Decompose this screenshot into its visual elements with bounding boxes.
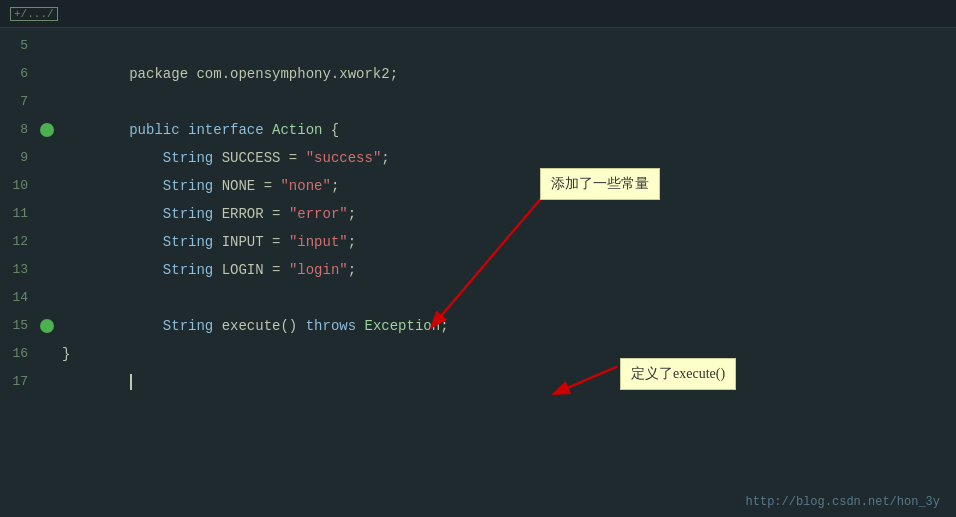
line-number-9: 9: [0, 144, 36, 172]
watermark: http://blog.csdn.net/hon_3y: [746, 495, 940, 509]
package-statement: package com.opensymphony.xwork2;: [129, 66, 398, 82]
line-number-12: 12: [0, 228, 36, 256]
code-area: 5 6 package com.opensymphony.xwork2; 7 8: [0, 28, 956, 517]
line-number-11: 11: [0, 200, 36, 228]
fold-box[interactable]: +/.../: [10, 7, 58, 21]
breakpoint-8[interactable]: [40, 123, 54, 137]
text-cursor: [130, 374, 132, 390]
line-number-7: 7: [0, 88, 36, 116]
line-number-6: 6: [0, 60, 36, 88]
line-number-5: 5: [0, 32, 36, 60]
exception-class: Exception: [365, 318, 441, 334]
code-editor: +/.../ 5 6 package com.opensymphony.xwor…: [0, 0, 956, 517]
indicator-8: [36, 123, 58, 137]
code-line-13: 13 String LOGIN = "login";: [0, 256, 956, 284]
semicolon-15: ;: [440, 318, 448, 334]
top-bar: +/.../: [0, 0, 956, 28]
fold-indicator[interactable]: +/.../: [8, 7, 58, 21]
annotation-constants: 添加了一些常量: [540, 168, 660, 200]
line-number-10: 10: [0, 172, 36, 200]
line-number-17: 17: [0, 368, 36, 396]
code-line-6: 6 package com.opensymphony.xwork2;: [0, 60, 956, 88]
line-number-16: 16: [0, 340, 36, 368]
line-number-15: 15: [0, 312, 36, 340]
semicolon-13: ;: [348, 262, 356, 278]
annotation-execute-text: 定义了execute(): [631, 366, 725, 381]
kw-throws: throws: [306, 318, 356, 334]
annotation-execute: 定义了execute(): [620, 358, 736, 390]
kw-string-13: String: [163, 262, 213, 278]
execute-method: execute(): [213, 318, 305, 334]
watermark-text: http://blog.csdn.net/hon_3y: [746, 495, 940, 509]
indent-13: [129, 262, 163, 278]
space-15: [356, 318, 364, 334]
str-value-13: "login": [289, 262, 348, 278]
indent-15: [129, 318, 163, 334]
indicator-15: [36, 319, 58, 333]
line-number-13: 13: [0, 256, 36, 284]
code-content-17: [58, 340, 956, 424]
code-line-17: 17: [0, 368, 956, 396]
breakpoint-15[interactable]: [40, 319, 54, 333]
line-number-14: 14: [0, 284, 36, 312]
kw-string-15: String: [163, 318, 213, 334]
line-number-8: 8: [0, 116, 36, 144]
code-line-15: 15 String execute() throws Exception;: [0, 312, 956, 340]
annotation-constants-text: 添加了一些常量: [551, 176, 649, 191]
field-name-13: LOGIN =: [213, 262, 289, 278]
